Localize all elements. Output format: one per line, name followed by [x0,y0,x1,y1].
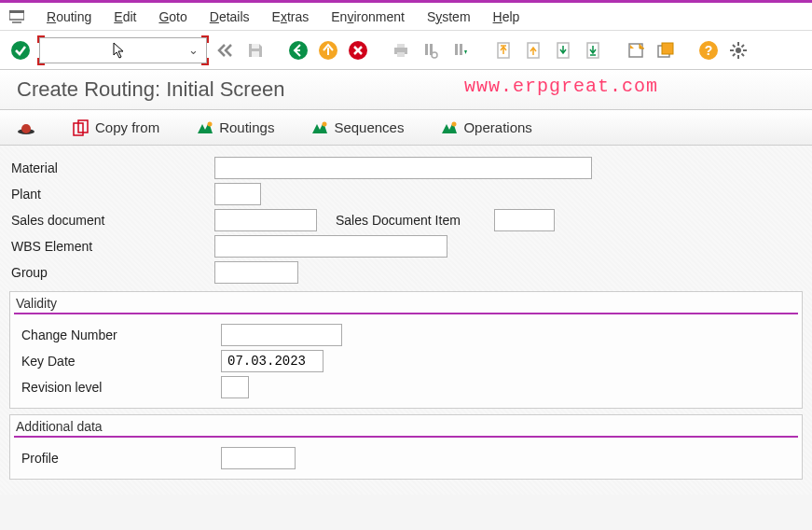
svg-rect-14 [455,44,458,55]
wbs-row: WBS Element [9,233,803,259]
additional-data-group: Additional data Profile [9,414,803,480]
copy-from-button[interactable]: Copy from [73,119,159,136]
routings-button[interactable]: Routings [197,119,274,135]
menu-environment[interactable]: Environment [331,9,405,24]
app-menu-icon[interactable] [9,10,24,23]
new-session-icon[interactable] [625,39,647,62]
sales-doc-input[interactable] [214,209,317,231]
menu-routing[interactable]: Routing [47,9,91,24]
profile-input[interactable] [221,447,296,469]
form-area: Material Plant Sales document Sales Docu… [0,146,812,495]
svg-line-32 [733,45,736,48]
menu-goto[interactable]: Goto [158,9,186,24]
enter-icon[interactable] [9,39,32,62]
svg-rect-1 [9,10,24,13]
svg-rect-11 [425,44,428,55]
svg-point-2 [11,41,30,60]
menu-help[interactable]: Help [493,9,520,24]
find-icon[interactable] [420,39,442,62]
group-input[interactable] [214,261,298,284]
key-date-input[interactable] [221,350,323,372]
group-row: Group [9,259,803,286]
svg-point-27 [736,48,741,53]
sequences-label: Sequences [334,119,404,135]
sales-doc-item-label: Sales Document Item [317,213,494,228]
svg-line-35 [742,45,745,48]
watermark-text: www.erpgreat.com [464,76,658,97]
sales-doc-row: Sales document Sales Document Item [9,207,803,233]
shortcut-icon[interactable] [654,39,677,62]
revision-input[interactable] [221,376,249,398]
revision-label: Revision level [16,380,221,395]
key-date-label: Key Date [16,354,221,369]
operations-button[interactable]: Operations [441,119,531,135]
additional-legend: Additional data [14,419,798,438]
validity-group: Validity Change Number Key Date Revision… [9,291,803,409]
menu-system[interactable]: System [427,9,471,24]
change-number-input[interactable] [221,324,342,346]
svg-rect-10 [397,52,405,57]
find-next-icon[interactable] [449,39,472,62]
hat-icon-button[interactable] [17,120,35,135]
operations-label: Operations [463,119,531,135]
back-icon[interactable] [287,39,310,62]
svg-rect-3 [252,44,259,49]
svg-rect-9 [397,44,405,48]
chevron-down-icon: ⌄ [188,43,199,57]
svg-point-42 [452,121,457,126]
copy-from-label: Copy from [95,119,159,135]
cursor-icon [113,42,128,63]
menu-bar: Routing Edit Goto Details Extras Environ… [0,3,812,31]
material-label: Material [9,160,214,175]
wbs-input[interactable] [214,235,447,258]
revision-row: Revision level [16,374,796,400]
command-field-wrap: ⌄ [39,37,207,63]
save-icon[interactable] [244,39,267,62]
plant-row: Plant [9,181,803,207]
svg-text:?: ? [705,43,713,58]
svg-line-34 [733,53,736,56]
routings-label: Routings [219,119,274,135]
profile-row: Profile [16,445,796,471]
prev-page-icon[interactable] [522,39,544,62]
exit-icon[interactable] [317,39,339,62]
cancel-icon[interactable] [347,39,369,62]
sales-doc-item-input[interactable] [494,209,555,231]
menu-edit[interactable]: Edit [114,9,136,24]
key-date-row: Key Date [16,348,796,374]
title-bar: Create Routing: Initial Screen www.erpgr… [0,70,812,110]
double-back-icon[interactable] [214,39,237,62]
svg-point-40 [208,121,213,126]
svg-rect-15 [460,44,462,55]
page-title: Create Routing: Initial Screen [17,77,284,102]
profile-label: Profile [16,451,221,466]
change-number-row: Change Number [16,322,796,348]
help-icon[interactable]: ? [697,39,720,62]
svg-point-37 [21,124,31,133]
plant-label: Plant [9,187,214,202]
material-input[interactable] [214,157,592,179]
standard-toolbar: ⌄ ? [0,31,812,70]
plant-input[interactable] [214,183,261,205]
sales-doc-label: Sales document [9,213,214,228]
svg-rect-24 [662,43,673,54]
command-field[interactable]: ⌄ [39,37,207,63]
svg-line-33 [742,53,745,56]
wbs-label: WBS Element [9,239,214,254]
settings-icon[interactable] [727,39,750,62]
application-toolbar: Copy from Routings Sequences Operations [0,110,812,146]
change-number-label: Change Number [16,328,221,342]
validity-legend: Validity [14,296,798,314]
svg-point-41 [323,121,327,126]
first-page-icon[interactable] [492,39,515,62]
group-label: Group [9,265,214,280]
print-icon[interactable] [390,39,412,62]
sequences-button[interactable]: Sequences [311,119,404,135]
material-row: Material [9,155,803,181]
last-page-icon[interactable] [582,39,604,62]
menu-extras[interactable]: Extras [272,9,310,24]
menu-details[interactable]: Details [210,9,250,24]
svg-rect-4 [252,51,259,57]
next-page-icon[interactable] [552,39,574,62]
